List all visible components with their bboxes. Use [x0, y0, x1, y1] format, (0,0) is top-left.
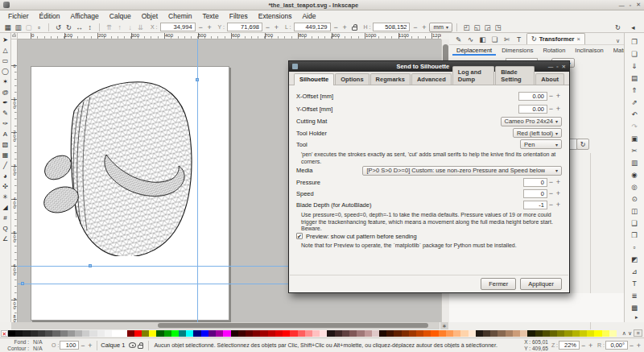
raise-icon[interactable]: ↑ — [114, 23, 125, 32]
palette-swatch[interactable] — [476, 330, 483, 337]
collapse-toolbar-icon[interactable]: ◂ — [628, 23, 638, 32]
y-position-field[interactable]: 71,698 — [227, 23, 262, 31]
pen-tool-icon[interactable]: ✒ — [0, 97, 10, 108]
no-color-swatch[interactable]: ✕ — [1, 330, 8, 337]
eraser-tool-icon[interactable]: ◢ — [0, 202, 10, 213]
palette-swatch[interactable] — [201, 330, 208, 337]
dock-subtab[interactable]: Déplacement — [452, 47, 496, 56]
palette-swatch[interactable] — [357, 330, 364, 337]
deselect-icon[interactable]: ▢ — [23, 23, 34, 32]
xml-editor-icon[interactable]: ▩ — [628, 301, 641, 313]
close-button[interactable]: ✕ — [636, 2, 641, 8]
ellipse-tool-icon[interactable]: ◯ — [0, 66, 10, 77]
x-minus-button[interactable]: − — [197, 23, 204, 31]
palette-swatch[interactable] — [68, 330, 75, 337]
dialog-maximize-button[interactable]: ▫ — [556, 64, 558, 69]
fermer-button[interactable]: Fermer — [481, 278, 516, 290]
palette-swatch[interactable] — [572, 330, 580, 337]
vertical-ruler[interactable]: 0100200300400500600700800 — [11, 39, 18, 322]
palette-swatch[interactable] — [112, 330, 119, 337]
palette-swatch[interactable] — [453, 330, 460, 337]
dock-subtab[interactable]: Inclinaison — [571, 47, 607, 56]
palette-swatch[interactable] — [164, 330, 171, 337]
opacity-field[interactable]: 100 — [60, 341, 79, 350]
palette-swatch[interactable] — [89, 330, 97, 337]
guide-anchor[interactable] — [21, 282, 24, 285]
rotate-cw-icon[interactable]: ↻ — [64, 23, 74, 32]
palette-swatch[interactable] — [298, 330, 305, 337]
palette-swatch[interactable] — [564, 330, 572, 337]
palette-swatch[interactable] — [208, 330, 216, 337]
open-document-icon[interactable]: ❏ — [628, 48, 641, 60]
dialog-tab[interactable]: Regmarks — [370, 73, 411, 85]
palette-swatch[interactable] — [416, 330, 423, 337]
connector-tool-icon[interactable]: # — [0, 213, 10, 223]
menu-item[interactable]: Chemin — [163, 11, 196, 21]
refresh-button[interactable]: ↻ — [576, 139, 589, 150]
horizontal-scrollbar[interactable] — [11, 322, 440, 329]
star-tool-icon[interactable]: ✶ — [0, 77, 10, 87]
cutting-mat-dropdown[interactable]: Cameo Pro 24x24▾ — [501, 117, 562, 126]
dock-tab-spiro-icon[interactable]: ∿ — [464, 35, 477, 44]
palette-swatch[interactable] — [75, 330, 82, 337]
width-field[interactable]: 449,129 — [294, 23, 331, 31]
menu-item[interactable]: Aide — [297, 11, 320, 21]
preview-checkbox[interactable]: ✔ — [296, 233, 303, 239]
palette-swatch[interactable] — [513, 330, 520, 337]
dock-tab-document-icon[interactable]: ❏ — [489, 35, 501, 44]
menu-item[interactable]: Fichier — [3, 11, 34, 21]
palette-swatch[interactable] — [460, 330, 468, 337]
palette-swatch[interactable] — [379, 330, 386, 337]
palette-swatch[interactable] — [134, 330, 142, 337]
import-icon[interactable]: ⇓ — [628, 60, 641, 72]
dock-tab-cut-icon[interactable]: ✄ — [501, 35, 513, 44]
palette-swatch[interactable] — [349, 330, 357, 337]
palette-swatch[interactable] — [594, 330, 601, 337]
export-png-icon[interactable]: ⇗ — [628, 96, 641, 108]
paint-bucket-tool-icon[interactable]: ◕ — [0, 171, 10, 181]
speed-minus[interactable]: − — [547, 189, 555, 197]
dialog-tab[interactable]: Log and Dump — [452, 66, 494, 85]
opacity-plus[interactable]: + — [86, 342, 93, 350]
palette-swatch[interactable] — [45, 330, 52, 337]
palette-swatch[interactable] — [223, 330, 230, 337]
lock-ratio-icon[interactable] — [352, 27, 357, 31]
menu-item[interactable]: Objet — [137, 11, 163, 21]
height-field[interactable]: 508,152 — [373, 23, 410, 31]
ruler-corner[interactable] — [11, 33, 18, 39]
affect-corners-icon[interactable]: ◲ — [482, 23, 493, 32]
media-dropdown[interactable]: [P>0 S>0 D>=0] Custom: use non-zero Pres… — [362, 166, 562, 176]
rectangle-tool-icon[interactable]: ▭ — [0, 56, 10, 66]
node-tool-icon[interactable]: △ — [0, 45, 10, 56]
zoom-field[interactable]: 22% — [559, 341, 580, 350]
blade-depth-plus[interactable]: + — [555, 201, 562, 209]
palette-swatch[interactable] — [335, 330, 342, 337]
dropper-tool-icon[interactable]: ╱ — [0, 160, 10, 171]
x-position-field[interactable]: 34,994 — [160, 23, 196, 31]
new-document-icon[interactable]: ❐ — [628, 35, 641, 48]
palette-swatch[interactable] — [543, 330, 550, 337]
zoom-minus[interactable]: − — [580, 342, 587, 350]
palette-swatch[interactable] — [60, 330, 68, 337]
palette-swatch[interactable] — [386, 330, 394, 337]
zoom-tool-icon[interactable]: Q — [0, 223, 10, 234]
pencil-tool-icon[interactable]: ✎ — [0, 108, 10, 118]
y-minus-button[interactable]: − — [264, 23, 271, 31]
menu-item[interactable]: Filtres — [225, 11, 253, 21]
guide-anchor[interactable] — [196, 78, 199, 81]
rotation-field[interactable]: 0,00° — [605, 341, 628, 350]
clone-icon[interactable]: ▫ — [628, 241, 641, 253]
selection-box-icon[interactable]: ▫ — [34, 23, 44, 32]
stroke-value[interactable]: N/A — [33, 346, 48, 352]
width-minus-button[interactable]: − — [332, 23, 340, 31]
speed-plus[interactable]: + — [555, 189, 562, 197]
palette-swatch[interactable] — [423, 330, 431, 337]
palette-swatch[interactable] — [275, 330, 283, 337]
palette-swatch[interactable] — [550, 330, 557, 337]
x-offset-plus[interactable]: + — [555, 92, 562, 100]
select-all-layers-icon[interactable]: ▥ — [13, 23, 23, 32]
palette-swatch[interactable] — [216, 330, 223, 337]
palette-swatch[interactable] — [15, 330, 23, 337]
dialog-tab[interactable]: About — [535, 73, 564, 85]
zoom-drawing-icon[interactable]: ◎ — [628, 180, 641, 193]
